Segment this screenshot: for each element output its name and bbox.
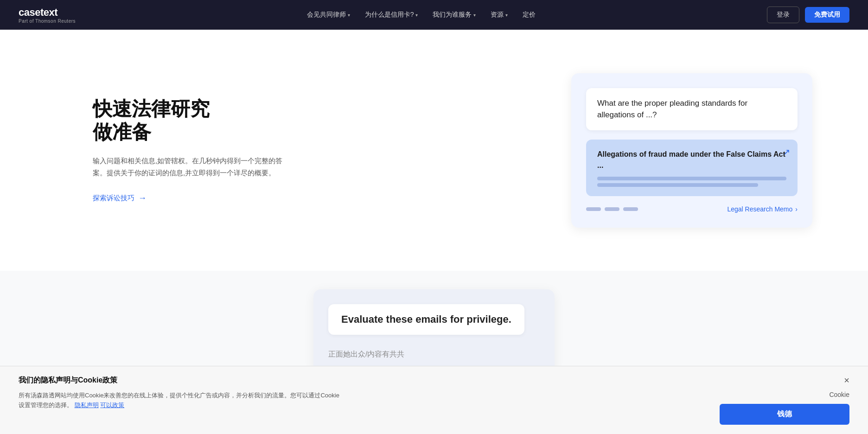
navbar: casetext Part of Thomson Reuters 会见共同律师 … [0, 0, 868, 30]
hero-content: 快速法律研究做准备 输入问题和相关信息,如管辖权。在几秒钟内得到一个完整的答案。… [93, 97, 287, 204]
demo-pagination-dots [586, 207, 638, 211]
nav-item-resources[interactable]: 资源 ▾ [485, 7, 513, 23]
nav-item-pricing[interactable]: 定价 [517, 7, 541, 23]
result-line [597, 177, 786, 180]
section2-card: Evaluate these emails for privilege. 正面她… [313, 289, 555, 374]
demo-result-card[interactable]: ↗ Allegations of fraud made under the Fa… [586, 140, 798, 196]
demo-question: What are the proper pleading standards f… [586, 88, 798, 130]
privacy-link[interactable]: 隐私声明 [75, 402, 99, 402]
cookie-description: 所有汤森路透网站均使用Cookie来改善您的在线上体验，提供个性化广告或内容，并… [19, 391, 343, 402]
demo-card: What are the proper pleading standards f… [571, 73, 812, 228]
memo-link-text: Legal Research Memo [727, 205, 792, 213]
cookie-label: Cookie [829, 391, 849, 398]
cookie-title: 我们的隐私声明与Cookie政策 [19, 376, 117, 385]
hero-title: 快速法律研究做准备 [93, 97, 287, 144]
logo[interactable]: casetext Part of Thomson Reuters [19, 6, 76, 24]
dot-3 [623, 207, 638, 211]
section2-subtext: 正面她出众/内容有共共 [328, 350, 540, 359]
memo-link[interactable]: Legal Research Memo › [727, 205, 798, 213]
hero-description: 输入问题和相关信息,如管辖权。在几秒钟内得到一个完整的答案。提供关于你的证词的信… [93, 155, 287, 179]
policy-link[interactable]: 可以政策 [100, 402, 124, 402]
arrow-right-icon: › [795, 205, 798, 213]
logo-name: casetext [19, 6, 76, 19]
demo-footer: Legal Research Memo › [586, 205, 798, 213]
hero-demo: What are the proper pleading standards f… [571, 73, 812, 228]
nav-item-coclounsel[interactable]: 会见共同律师 ▾ [301, 7, 356, 23]
cookie-right: Cookie 钱德 [720, 391, 849, 402]
navbar-actions: 登录 免费试用 [767, 6, 849, 23]
chevron-down-icon: ▾ [473, 13, 476, 18]
cookie-banner: 我们的隐私声明与Cookie政策 × 所有汤森路透网站均使用Cookie来改善您… [0, 366, 868, 402]
explore-link[interactable]: 探索诉讼技巧 → [93, 193, 287, 203]
logo-subtitle: Part of Thomson Reuters [19, 19, 76, 24]
dot-2 [605, 207, 619, 211]
demo-result-title: Allegations of fraud made under the Fals… [597, 149, 786, 171]
cookie-body: 所有汤森路透网站均使用Cookie来改善您的在线上体验，提供个性化广告或内容，并… [19, 391, 849, 402]
chevron-down-icon: ▾ [505, 13, 508, 18]
section2-bubble: Evaluate these emails for privilege. [328, 304, 524, 335]
arrow-icon: → [138, 193, 147, 203]
explore-link-text: 探索诉讼技巧 [93, 194, 134, 203]
demo-result-lines [597, 177, 786, 187]
nav-links: 会见共同律师 ▾ 为什么是信用卡? ▾ 我们为谁服务 ▾ 资源 ▾ 定价 [301, 7, 542, 23]
result-line [597, 183, 758, 187]
cookie-close-button[interactable]: × [844, 376, 849, 385]
expand-icon: ↗ [783, 147, 790, 157]
cookie-top: 我们的隐私声明与Cookie政策 × [19, 376, 849, 385]
chevron-down-icon: ▾ [415, 13, 418, 18]
nav-item-who-we-serve[interactable]: 我们为谁服务 ▾ [427, 7, 481, 23]
login-button[interactable]: 登录 [767, 6, 799, 23]
hero-section: 快速法律研究做准备 输入问题和相关信息,如管辖权。在几秒钟内得到一个完整的答案。… [0, 30, 868, 271]
chevron-down-icon: ▾ [348, 13, 350, 18]
free-trial-button[interactable]: 免费试用 [805, 7, 849, 23]
nav-item-concierge[interactable]: 为什么是信用卡? ▾ [359, 7, 424, 23]
dot-1 [586, 207, 601, 211]
